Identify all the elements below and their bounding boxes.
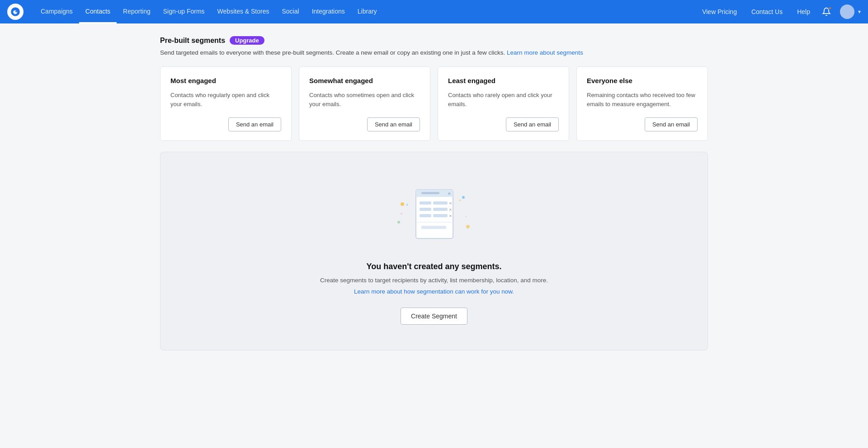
prebuilt-segments-section: Pre-built segments Upgrade Send targeted… bbox=[160, 23, 708, 152]
empty-state-title: You haven't created any segments. bbox=[366, 262, 501, 271]
page-content: Pre-built segments Upgrade Send targeted… bbox=[149, 23, 719, 372]
navbar-right: View Pricing Contact Us Help ▾ bbox=[696, 0, 861, 23]
segment-card-most-engaged: Most engaged Contacts who regularly open… bbox=[160, 66, 292, 140]
segment-cards: Most engaged Contacts who regularly open… bbox=[160, 66, 708, 140]
send-email-button-0[interactable]: Send an email bbox=[228, 117, 281, 131]
segment-card-desc-1: Contacts who sometimes open and click yo… bbox=[309, 91, 420, 109]
nav-reporting[interactable]: Reporting bbox=[117, 0, 157, 23]
svg-rect-18 bbox=[420, 208, 431, 211]
prebuilt-title: Pre-built segments bbox=[160, 37, 225, 45]
nav-signup-forms[interactable]: Sign-up Forms bbox=[157, 0, 211, 23]
send-email-button-3[interactable]: Send an email bbox=[645, 117, 698, 131]
empty-state-description: Create segments to target recipients by … bbox=[320, 276, 548, 285]
upgrade-badge[interactable]: Upgrade bbox=[230, 36, 264, 45]
nav-social[interactable]: Social bbox=[276, 0, 306, 23]
svg-rect-21 bbox=[420, 214, 431, 217]
nav-contacts[interactable]: Contacts bbox=[79, 0, 117, 23]
notifications-bell[interactable] bbox=[818, 4, 835, 20]
segment-card-least-engaged: Least engaged Contacts who rarely open a… bbox=[438, 66, 569, 140]
nav-contact-us[interactable]: Contact Us bbox=[745, 0, 789, 23]
nav-integrations[interactable]: Integrations bbox=[306, 0, 351, 23]
svg-point-5 bbox=[397, 221, 400, 224]
avatar[interactable] bbox=[840, 5, 854, 19]
prebuilt-description: Send targeted emails to everyone with th… bbox=[160, 48, 708, 57]
svg-text:✕: ✕ bbox=[448, 191, 451, 196]
svg-text:✕: ✕ bbox=[449, 201, 452, 205]
segment-card-desc-0: Contacts who regularly open and click yo… bbox=[170, 91, 281, 109]
avatar-chevron-icon[interactable]: ▾ bbox=[858, 9, 861, 15]
learn-more-segments-link[interactable]: Learn more about segments bbox=[507, 49, 583, 56]
svg-text:+: + bbox=[465, 215, 467, 219]
segment-card-everyone-else: Everyone else Remaining contacts who rec… bbox=[576, 66, 708, 140]
svg-rect-25 bbox=[421, 226, 446, 229]
segment-card-desc-2: Contacts who rarely open and click your … bbox=[448, 91, 559, 109]
svg-point-3 bbox=[462, 196, 465, 199]
logo[interactable] bbox=[7, 4, 24, 20]
svg-text:+: + bbox=[459, 198, 462, 203]
nav-websites-stores[interactable]: Websites & Stores bbox=[211, 0, 276, 23]
svg-text:+: + bbox=[400, 211, 403, 216]
segment-card-somewhat-engaged: Somewhat engaged Contacts who sometimes … bbox=[299, 66, 430, 140]
segment-card-title-1: Somewhat engaged bbox=[309, 77, 420, 84]
svg-rect-22 bbox=[433, 214, 448, 217]
empty-state-learn-more-link[interactable]: Learn more about how segmentation can wo… bbox=[354, 288, 514, 295]
send-email-button-2[interactable]: Send an email bbox=[506, 117, 559, 131]
svg-rect-19 bbox=[433, 208, 448, 211]
svg-point-4 bbox=[466, 225, 470, 229]
navbar-links: Campaigns Contacts Reporting Sign-up For… bbox=[34, 0, 696, 23]
svg-rect-16 bbox=[433, 201, 448, 205]
segment-card-title-2: Least engaged bbox=[448, 77, 559, 84]
svg-text:✕: ✕ bbox=[449, 214, 452, 218]
svg-text:+: + bbox=[406, 202, 409, 207]
empty-state-illustration: + + + + ✕ ✕ ✕ bbox=[389, 177, 479, 249]
segment-card-desc-3: Remaining contacts who received too few … bbox=[587, 91, 698, 109]
segment-card-title-0: Most engaged bbox=[170, 77, 281, 84]
svg-text:✕: ✕ bbox=[449, 208, 452, 212]
navbar: Campaigns Contacts Reporting Sign-up For… bbox=[0, 0, 868, 23]
svg-point-2 bbox=[401, 202, 404, 206]
prebuilt-header: Pre-built segments Upgrade bbox=[160, 36, 708, 45]
segment-card-title-3: Everyone else bbox=[587, 77, 698, 84]
empty-state-section: + + + + ✕ ✕ ✕ bbox=[160, 152, 708, 350]
nav-view-pricing[interactable]: View Pricing bbox=[696, 0, 743, 23]
send-email-button-1[interactable]: Send an email bbox=[367, 117, 420, 131]
svg-rect-15 bbox=[420, 201, 431, 205]
svg-point-1 bbox=[15, 11, 17, 13]
svg-rect-14 bbox=[421, 192, 439, 194]
nav-library[interactable]: Library bbox=[351, 0, 383, 23]
create-segment-button[interactable]: Create Segment bbox=[401, 308, 467, 325]
nav-campaigns[interactable]: Campaigns bbox=[34, 0, 79, 23]
nav-help[interactable]: Help bbox=[791, 0, 816, 23]
notification-dot bbox=[828, 6, 832, 10]
